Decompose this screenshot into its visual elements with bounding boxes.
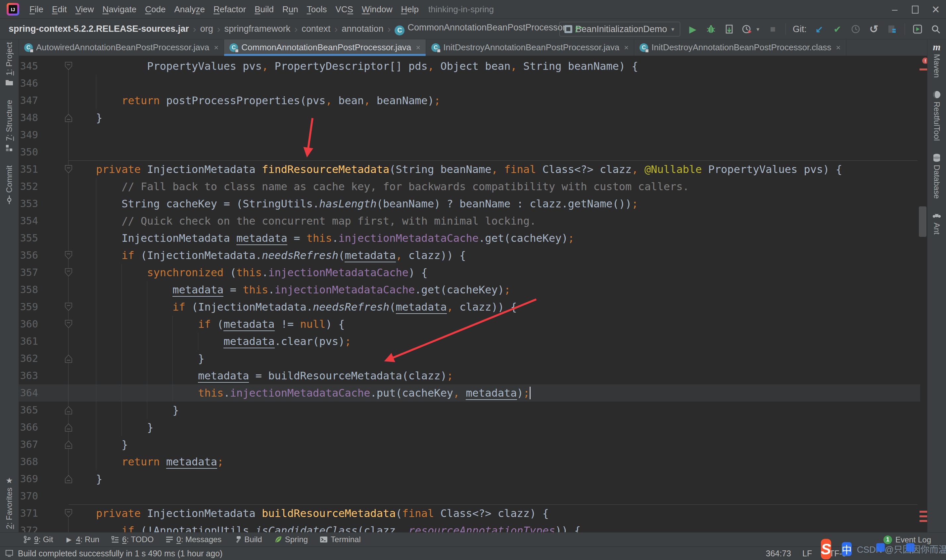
menu-run[interactable]: Run: [278, 4, 302, 14]
csdn-logo-icon: S: [821, 539, 831, 559]
code-line[interactable]: InjectionMetadata metadata = this.inject…: [71, 229, 574, 247]
toolwindow-todo-button[interactable]: 6: TODO: [111, 535, 154, 544]
code-line[interactable]: return postProcessProperties(pvs, bean, …: [71, 92, 440, 109]
tool-stripe-ant[interactable]: Ant: [932, 211, 941, 234]
toolwindow-run-button[interactable]: ▶4: Run: [65, 535, 99, 544]
maximize-button[interactable]: [905, 0, 926, 19]
error-stripe-mark[interactable]: [920, 68, 927, 71]
minimize-button[interactable]: –: [884, 0, 905, 19]
menu-file[interactable]: File: [25, 4, 48, 14]
code-line[interactable]: }: [71, 419, 153, 436]
close-icon[interactable]: ×: [214, 43, 219, 52]
tool-stripe-commit[interactable]: Commit: [5, 165, 14, 204]
toolwindow-git-button[interactable]: 9: Git: [23, 535, 53, 544]
menu-navigate[interactable]: Navigate: [98, 4, 141, 14]
run-configuration-select[interactable]: BeanInitializationDemo ▼: [559, 22, 680, 36]
run-anything-icon[interactable]: [912, 23, 923, 35]
status-message[interactable]: Build completed successfully in 1 s 490 …: [18, 549, 222, 558]
breadcrumb-separator: ›: [189, 23, 200, 35]
code-line[interactable]: if (InjectionMetadata.needsRefresh(metad…: [71, 298, 517, 315]
code-line[interactable]: }: [71, 402, 179, 419]
code-line[interactable]: private InjectionMetadata findResourceMe…: [71, 161, 842, 178]
chevron-down-icon[interactable]: ▼: [755, 26, 760, 32]
code-line[interactable]: metadata.clear(pvs);: [71, 333, 351, 350]
toolwindow-build-button[interactable]: Build: [233, 535, 262, 544]
tool-stripe-project[interactable]: 1: Project: [5, 42, 14, 87]
window-controls: – ×: [884, 0, 946, 19]
code-line[interactable]: PropertyValues pvs, PropertyDescriptor[]…: [71, 58, 638, 75]
commit-icon[interactable]: ✔: [832, 23, 843, 35]
tool-stripe-favorites[interactable]: 2: Favorites★: [5, 476, 14, 529]
error-stripe-mark[interactable]: [920, 511, 927, 513]
class-icon: C: [24, 43, 33, 52]
code-line[interactable]: if (metadata != null) {: [71, 315, 345, 333]
scrollbar-thumb[interactable]: [919, 206, 926, 237]
menu-view[interactable]: View: [71, 4, 98, 14]
code-line[interactable]: }: [71, 470, 102, 488]
line-ending[interactable]: LF: [802, 549, 812, 558]
code-line[interactable]: String cacheKey = (StringUtils.hasLength…: [71, 195, 638, 212]
search-everywhere-icon[interactable]: [930, 23, 941, 35]
close-icon[interactable]: ×: [836, 43, 841, 52]
menu-help[interactable]: Help: [396, 4, 423, 14]
menu-tools[interactable]: Tools: [302, 4, 331, 14]
code-line[interactable]: if (!AnnotationUtils.isCandidateClass(cl…: [71, 522, 581, 532]
code-line[interactable]: // Fall back to class name as cache key,…: [71, 178, 689, 195]
code-line[interactable]: // Quick check on the concurrent map fir…: [71, 212, 536, 229]
breadcrumb-item[interactable]: spring-context-5.2.2.RELEASE-sources.jar: [9, 24, 189, 34]
code-line[interactable]: private InjectionMetadata buildResourceM…: [71, 505, 549, 522]
error-stripe-mark[interactable]: [920, 515, 927, 517]
menu-refactor[interactable]: Refactor: [209, 4, 250, 14]
stripe-label: RestfulTool: [932, 102, 941, 141]
navigation-toolbar: spring-context-5.2.2.RELEASE-sources.jar…: [0, 19, 946, 39]
right-tool-stripe: mMavenRestfulToolDatabaseAnt: [927, 39, 946, 532]
editor-tab[interactable]: CInitDestroyAnnotationBeanPostProcessor.…: [634, 39, 846, 55]
code-line[interactable]: this.injectionMetadataCache.put(cacheKey…: [71, 385, 530, 402]
error-stripe-mark[interactable]: [920, 520, 927, 522]
breadcrumb-item[interactable]: context: [302, 24, 330, 34]
code-line[interactable]: synchronized (this.injectionMetadataCach…: [71, 264, 428, 281]
code-line[interactable]: metadata = this.injectionMetadataCache.g…: [71, 281, 510, 298]
run-button[interactable]: ▶: [687, 23, 698, 35]
error-indicator-icon[interactable]: !: [922, 58, 927, 64]
gitbranch-icon: [23, 535, 31, 543]
close-icon[interactable]: ×: [416, 43, 421, 52]
close-icon[interactable]: ×: [624, 43, 629, 52]
tool-stripe-restfultool[interactable]: RestfulTool: [932, 90, 941, 141]
menu-window[interactable]: Window: [357, 4, 396, 14]
tool-stripe-database[interactable]: Database: [932, 154, 941, 199]
menu-build[interactable]: Build: [250, 4, 278, 14]
caret-position[interactable]: 364:73: [766, 549, 791, 558]
breadcrumb-item[interactable]: springframework: [224, 24, 291, 34]
code-line[interactable]: }: [71, 436, 128, 453]
editor-tab[interactable]: CInitDestroyAnnotationBeanPostProcessor.…: [426, 39, 634, 55]
shelve-icon[interactable]: [886, 23, 898, 35]
code-line[interactable]: if (InjectionMetadata.needsRefresh(metad…: [71, 247, 466, 264]
code-line[interactable]: metadata = buildResourceMetadata(clazz);: [71, 367, 453, 385]
code-line[interactable]: return metadata;: [71, 453, 223, 470]
editor-tab[interactable]: CCommonAnnotationBeanPostProcessor.java×: [224, 39, 426, 55]
tool-stripe-structure[interactable]: 7: Structure: [5, 100, 14, 152]
rollback-icon[interactable]: ↺: [868, 23, 880, 35]
menu-code[interactable]: Code: [141, 4, 170, 14]
profiler-button[interactable]: [742, 23, 753, 35]
toolwindow-spring-button[interactable]: Spring: [274, 535, 308, 544]
close-button[interactable]: ×: [926, 0, 946, 19]
code-editor[interactable]: 345PropertyValues pvs, PropertyDescripto…: [19, 56, 927, 532]
breadcrumb-item[interactable]: org: [200, 24, 213, 34]
debug-button[interactable]: [706, 23, 716, 35]
code-line[interactable]: }: [71, 350, 205, 367]
menu-edit[interactable]: Edit: [48, 4, 71, 14]
code-line[interactable]: }: [71, 109, 102, 126]
tab-label: CommonAnnotationBeanPostProcessor.java: [241, 42, 411, 52]
toolwindow-terminal-button[interactable]: Terminal: [320, 535, 361, 544]
breadcrumb-item[interactable]: CCommonAnnotationBeanPostProcessor: [394, 23, 565, 35]
run-with-coverage-button[interactable]: [724, 23, 735, 35]
editor-tab[interactable]: CAutowiredAnnotationBeanPostProcessor.ja…: [19, 39, 224, 55]
menu-analyze[interactable]: Analyze: [170, 4, 209, 14]
update-project-icon[interactable]: ↙: [813, 23, 825, 35]
breadcrumb-item[interactable]: annotation: [342, 24, 383, 34]
toolwindow-messages-button[interactable]: 0: Messages: [165, 535, 222, 544]
menu-vcs[interactable]: VCS: [331, 4, 357, 14]
tool-stripe-maven[interactable]: mMaven: [932, 43, 941, 78]
